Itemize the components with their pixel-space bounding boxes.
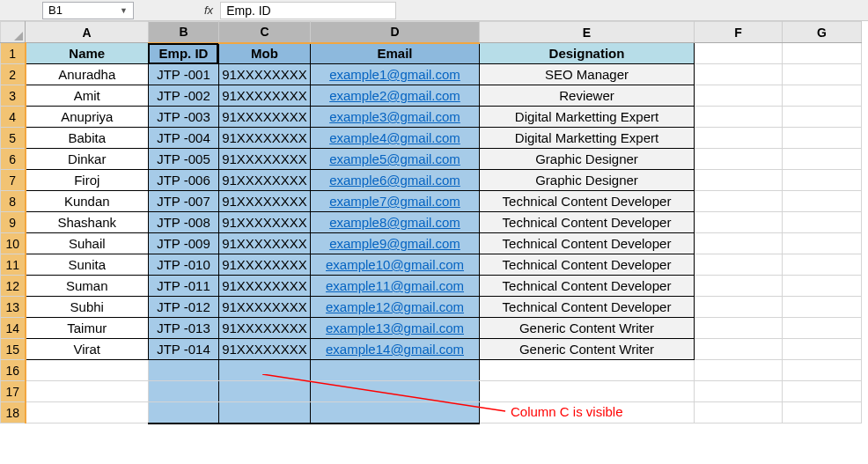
row-head[interactable]: 1 xyxy=(1,43,26,64)
cell-desig[interactable]: Technical Content Developer xyxy=(480,254,695,276)
cell-emp[interactable]: JTP -002 xyxy=(149,85,219,107)
cell-name[interactable]: Firoj xyxy=(26,170,149,191)
cell[interactable] xyxy=(311,402,480,423)
cell-desig[interactable]: Technical Content Developer xyxy=(480,212,695,233)
cell[interactable] xyxy=(695,64,783,85)
cell[interactable] xyxy=(695,339,783,360)
cell-name[interactable]: Virat xyxy=(26,339,149,360)
cell-email[interactable]: example4@gmail.com xyxy=(311,128,480,149)
row-head[interactable]: 6 xyxy=(1,149,26,170)
email-link[interactable]: example1@gmail.com xyxy=(329,67,460,82)
cell-desig[interactable]: Technical Content Developer xyxy=(480,297,695,318)
cell-email[interactable]: example9@gmail.com xyxy=(311,233,480,254)
header-emp[interactable]: Emp. ID xyxy=(149,43,219,64)
cell[interactable] xyxy=(311,360,480,381)
cell[interactable] xyxy=(783,107,862,128)
email-link[interactable]: example14@gmail.com xyxy=(326,342,464,357)
col-head-F[interactable]: F xyxy=(695,22,783,43)
cell[interactable] xyxy=(783,254,862,276)
row-head[interactable]: 5 xyxy=(1,128,26,149)
cell-mob[interactable]: 91XXXXXXXX xyxy=(219,233,311,254)
cell-name[interactable]: Subhi xyxy=(26,297,149,318)
cell-name[interactable]: Taimur xyxy=(26,318,149,339)
cell-emp[interactable]: JTP -008 xyxy=(149,212,219,233)
cell[interactable] xyxy=(695,297,783,318)
cell[interactable] xyxy=(783,276,862,297)
cell-email[interactable]: example3@gmail.com xyxy=(311,107,480,128)
cell[interactable] xyxy=(783,339,862,360)
cell-mob[interactable]: 91XXXXXXXX xyxy=(219,318,311,339)
cell-email[interactable]: example7@gmail.com xyxy=(311,191,480,212)
row-head[interactable]: 3 xyxy=(1,85,26,107)
cell[interactable] xyxy=(695,276,783,297)
name-box[interactable]: B1 ▼ xyxy=(42,2,134,19)
col-head-D[interactable]: D xyxy=(311,22,480,43)
spreadsheet-grid[interactable]: A B C D E F G 1 Name Emp. ID Mob Email D… xyxy=(0,21,862,424)
cell[interactable] xyxy=(219,402,311,423)
cell-email[interactable]: example11@gmail.com xyxy=(311,276,480,297)
cell[interactable] xyxy=(695,402,783,423)
cell[interactable] xyxy=(783,43,862,64)
email-link[interactable]: example13@gmail.com xyxy=(326,320,464,335)
cell-mob[interactable]: 91XXXXXXXX xyxy=(219,85,311,107)
cell[interactable] xyxy=(695,149,783,170)
cell-email[interactable]: example8@gmail.com xyxy=(311,212,480,233)
cell[interactable] xyxy=(695,318,783,339)
cell-emp[interactable]: JTP -005 xyxy=(149,149,219,170)
cell[interactable] xyxy=(695,254,783,276)
cell-mob[interactable]: 91XXXXXXXX xyxy=(219,276,311,297)
row-head[interactable]: 12 xyxy=(1,276,26,297)
row-head[interactable]: 18 xyxy=(1,402,26,423)
cell-emp[interactable]: JTP -009 xyxy=(149,233,219,254)
cell[interactable] xyxy=(783,212,862,233)
cell[interactable] xyxy=(695,212,783,233)
header-mob[interactable]: Mob xyxy=(219,43,311,64)
cell-emp[interactable]: JTP -001 xyxy=(149,64,219,85)
cell[interactable] xyxy=(783,191,862,212)
cell-name[interactable]: Kundan xyxy=(26,191,149,212)
cell[interactable] xyxy=(783,149,862,170)
col-head-G[interactable]: G xyxy=(783,22,862,43)
cell[interactable] xyxy=(695,170,783,191)
cell-mob[interactable]: 91XXXXXXXX xyxy=(219,149,311,170)
cell[interactable] xyxy=(26,360,149,381)
cell[interactable] xyxy=(311,381,480,402)
cell-mob[interactable]: 91XXXXXXXX xyxy=(219,170,311,191)
cell[interactable] xyxy=(695,107,783,128)
cell-email[interactable]: example12@gmail.com xyxy=(311,297,480,318)
cell-email[interactable]: example2@gmail.com xyxy=(311,85,480,107)
cell[interactable] xyxy=(695,43,783,64)
cell[interactable] xyxy=(783,128,862,149)
email-link[interactable]: example6@gmail.com xyxy=(329,173,460,188)
email-link[interactable]: example7@gmail.com xyxy=(329,194,460,209)
row-head[interactable]: 13 xyxy=(1,297,26,318)
cell[interactable] xyxy=(783,233,862,254)
cell-desig[interactable]: Graphic Designer xyxy=(480,149,695,170)
col-head-B[interactable]: B xyxy=(149,22,219,43)
cell-desig[interactable]: Reviewer xyxy=(480,85,695,107)
email-link[interactable]: example9@gmail.com xyxy=(329,236,460,251)
cell-desig[interactable]: Technical Content Developer xyxy=(480,276,695,297)
cell[interactable] xyxy=(783,360,862,381)
row-head[interactable]: 10 xyxy=(1,233,26,254)
cell-emp[interactable]: JTP -006 xyxy=(149,170,219,191)
cell-name[interactable]: Suhail xyxy=(26,233,149,254)
cell-mob[interactable]: 91XXXXXXXX xyxy=(219,64,311,85)
row-head[interactable]: 16 xyxy=(1,360,26,381)
cell[interactable] xyxy=(695,85,783,107)
cell-name[interactable]: Dinkar xyxy=(26,149,149,170)
cell-name[interactable]: Suman xyxy=(26,276,149,297)
fx-icon[interactable]: fx xyxy=(204,4,213,17)
cell[interactable] xyxy=(26,381,149,402)
cell-desig[interactable]: Generic Content Writer xyxy=(480,318,695,339)
cell-mob[interactable]: 91XXXXXXXX xyxy=(219,128,311,149)
chevron-down-icon[interactable]: ▼ xyxy=(120,6,128,15)
cell-desig[interactable]: Graphic Designer xyxy=(480,170,695,191)
cell-desig[interactable]: Digital Marketting Expert xyxy=(480,128,695,149)
cell[interactable] xyxy=(783,85,862,107)
header-desig[interactable]: Designation xyxy=(480,43,695,64)
cell-name[interactable]: Babita xyxy=(26,128,149,149)
row-head[interactable]: 4 xyxy=(1,107,26,128)
cell[interactable] xyxy=(149,381,219,402)
row-head[interactable]: 7 xyxy=(1,170,26,191)
